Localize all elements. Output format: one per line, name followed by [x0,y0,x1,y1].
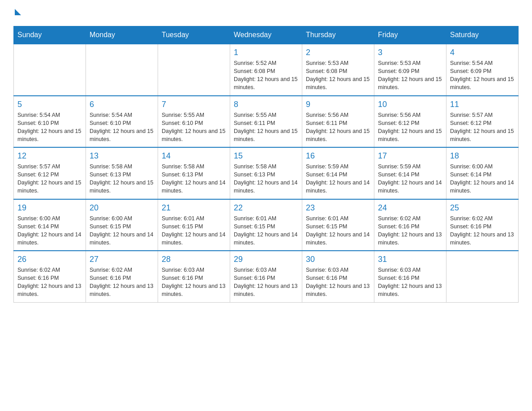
day-number: 25 [450,203,515,213]
calendar-cell: 7Sunrise: 5:55 AMSunset: 6:10 PMDaylight… [158,96,230,148]
day-number: 29 [234,255,298,264]
day-info: Sunrise: 6:02 AMSunset: 6:16 PMDaylight:… [17,266,82,299]
day-info: Sunrise: 5:54 AMSunset: 6:10 PMDaylight:… [17,111,82,144]
day-info: Sunrise: 5:56 AMSunset: 6:12 PMDaylight:… [378,111,442,144]
day-info: Sunrise: 5:58 AMSunset: 6:13 PMDaylight:… [162,163,226,195]
page-header [13,9,519,17]
weekday-header-tuesday: Tuesday [158,26,230,44]
day-info: Sunrise: 6:02 AMSunset: 6:16 PMDaylight:… [450,214,515,247]
calendar-cell: 30Sunrise: 6:03 AMSunset: 6:16 PMDayligh… [302,251,374,302]
day-number: 22 [234,203,298,213]
day-info: Sunrise: 6:03 AMSunset: 6:16 PMDaylight:… [378,266,442,299]
calendar-cell: 18Sunrise: 6:00 AMSunset: 6:14 PMDayligh… [446,147,519,199]
day-info: Sunrise: 6:00 AMSunset: 6:14 PMDaylight:… [450,163,515,195]
calendar-cell: 12Sunrise: 5:57 AMSunset: 6:12 PMDayligh… [14,147,86,199]
calendar-cell: 5Sunrise: 5:54 AMSunset: 6:10 PMDaylight… [14,96,86,148]
weekday-header-row: SundayMondayTuesdayWednesdayThursdayFrid… [14,26,519,44]
day-number: 15 [234,151,298,161]
calendar-cell [86,44,158,96]
day-number: 14 [162,151,226,161]
calendar-cell: 31Sunrise: 6:03 AMSunset: 6:16 PMDayligh… [374,251,446,302]
day-number: 11 [450,100,515,109]
calendar-cell: 9Sunrise: 5:56 AMSunset: 6:11 PMDaylight… [302,96,374,148]
day-number: 9 [306,100,370,109]
day-number: 24 [378,203,442,213]
day-info: Sunrise: 6:01 AMSunset: 6:15 PMDaylight:… [162,214,226,247]
day-number: 27 [90,255,154,264]
calendar-cell: 15Sunrise: 5:58 AMSunset: 6:13 PMDayligh… [230,147,302,199]
logo [13,9,23,17]
calendar-cell [14,44,86,96]
calendar-cell: 20Sunrise: 6:00 AMSunset: 6:15 PMDayligh… [86,199,158,251]
calendar-cell: 2Sunrise: 5:53 AMSunset: 6:08 PMDaylight… [302,44,374,96]
day-info: Sunrise: 6:00 AMSunset: 6:14 PMDaylight:… [17,214,82,247]
day-info: Sunrise: 6:01 AMSunset: 6:15 PMDaylight:… [234,214,298,247]
calendar-cell: 19Sunrise: 6:00 AMSunset: 6:14 PMDayligh… [14,199,86,251]
weekday-header-wednesday: Wednesday [230,26,302,44]
calendar-cell: 29Sunrise: 6:03 AMSunset: 6:16 PMDayligh… [230,251,302,302]
day-number: 31 [378,255,442,264]
calendar-cell: 6Sunrise: 5:54 AMSunset: 6:10 PMDaylight… [86,96,158,148]
day-info: Sunrise: 6:01 AMSunset: 6:15 PMDaylight:… [306,214,370,247]
calendar-week-row-4: 19Sunrise: 6:00 AMSunset: 6:14 PMDayligh… [14,199,519,251]
day-info: Sunrise: 6:03 AMSunset: 6:16 PMDaylight:… [234,266,298,299]
calendar-cell: 24Sunrise: 6:02 AMSunset: 6:16 PMDayligh… [374,199,446,251]
day-info: Sunrise: 5:54 AMSunset: 6:10 PMDaylight:… [90,111,154,144]
day-info: Sunrise: 5:54 AMSunset: 6:09 PMDaylight:… [450,59,515,92]
day-number: 2 [306,48,370,57]
calendar-cell: 16Sunrise: 5:59 AMSunset: 6:14 PMDayligh… [302,147,374,199]
calendar-cell: 17Sunrise: 5:59 AMSunset: 6:14 PMDayligh… [374,147,446,199]
weekday-header-friday: Friday [374,26,446,44]
weekday-header-saturday: Saturday [446,26,519,44]
day-number: 1 [234,48,298,57]
calendar-cell: 10Sunrise: 5:56 AMSunset: 6:12 PMDayligh… [374,96,446,148]
day-number: 10 [378,100,442,109]
calendar-cell: 26Sunrise: 6:02 AMSunset: 6:16 PMDayligh… [14,251,86,302]
day-number: 19 [17,203,82,213]
day-info: Sunrise: 6:03 AMSunset: 6:16 PMDaylight:… [162,266,226,299]
day-info: Sunrise: 5:52 AMSunset: 6:08 PMDaylight:… [234,59,298,92]
calendar-cell: 13Sunrise: 5:58 AMSunset: 6:13 PMDayligh… [86,147,158,199]
logo-arrow-icon [15,9,21,15]
calendar-cell: 25Sunrise: 6:02 AMSunset: 6:16 PMDayligh… [446,199,519,251]
day-info: Sunrise: 5:55 AMSunset: 6:11 PMDaylight:… [234,111,298,144]
day-info: Sunrise: 5:55 AMSunset: 6:10 PMDaylight:… [162,111,226,144]
day-info: Sunrise: 5:58 AMSunset: 6:13 PMDaylight:… [90,163,154,195]
calendar-table: SundayMondayTuesdayWednesdayThursdayFrid… [13,26,519,303]
day-number: 26 [17,255,82,264]
calendar-week-row-2: 5Sunrise: 5:54 AMSunset: 6:10 PMDaylight… [14,96,519,148]
day-info: Sunrise: 6:03 AMSunset: 6:16 PMDaylight:… [306,266,370,299]
day-number: 8 [234,100,298,109]
day-number: 30 [306,255,370,264]
day-number: 28 [162,255,226,264]
day-number: 16 [306,151,370,161]
day-number: 4 [450,48,515,57]
day-info: Sunrise: 5:59 AMSunset: 6:14 PMDaylight:… [306,163,370,195]
day-info: Sunrise: 6:00 AMSunset: 6:15 PMDaylight:… [90,214,154,247]
calendar-cell: 4Sunrise: 5:54 AMSunset: 6:09 PMDaylight… [446,44,519,96]
calendar-cell: 1Sunrise: 5:52 AMSunset: 6:08 PMDaylight… [230,44,302,96]
calendar-cell: 11Sunrise: 5:57 AMSunset: 6:12 PMDayligh… [446,96,519,148]
calendar-week-row-1: 1Sunrise: 5:52 AMSunset: 6:08 PMDaylight… [14,44,519,96]
day-number: 17 [378,151,442,161]
day-info: Sunrise: 5:58 AMSunset: 6:13 PMDaylight:… [234,163,298,195]
day-info: Sunrise: 5:59 AMSunset: 6:14 PMDaylight:… [378,163,442,195]
calendar-cell [446,251,519,302]
calendar-cell: 22Sunrise: 6:01 AMSunset: 6:15 PMDayligh… [230,199,302,251]
day-number: 3 [378,48,442,57]
day-number: 5 [17,100,82,109]
calendar-cell: 3Sunrise: 5:53 AMSunset: 6:09 PMDaylight… [374,44,446,96]
weekday-header-thursday: Thursday [302,26,374,44]
weekday-header-monday: Monday [86,26,158,44]
calendar-cell: 28Sunrise: 6:03 AMSunset: 6:16 PMDayligh… [158,251,230,302]
day-info: Sunrise: 5:57 AMSunset: 6:12 PMDaylight:… [17,163,82,195]
day-info: Sunrise: 6:02 AMSunset: 6:16 PMDaylight:… [90,266,154,299]
calendar-cell: 27Sunrise: 6:02 AMSunset: 6:16 PMDayligh… [86,251,158,302]
day-info: Sunrise: 5:56 AMSunset: 6:11 PMDaylight:… [306,111,370,144]
calendar-cell: 8Sunrise: 5:55 AMSunset: 6:11 PMDaylight… [230,96,302,148]
calendar-cell [158,44,230,96]
day-number: 7 [162,100,226,109]
day-info: Sunrise: 6:02 AMSunset: 6:16 PMDaylight:… [378,214,442,247]
day-number: 21 [162,203,226,213]
calendar-week-row-5: 26Sunrise: 6:02 AMSunset: 6:16 PMDayligh… [14,251,519,302]
